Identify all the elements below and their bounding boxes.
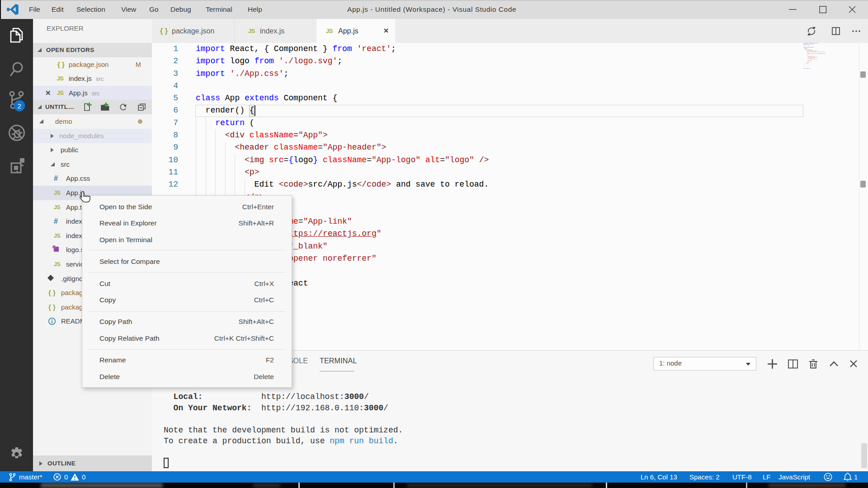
svg-text:2: 2 bbox=[18, 102, 21, 110]
